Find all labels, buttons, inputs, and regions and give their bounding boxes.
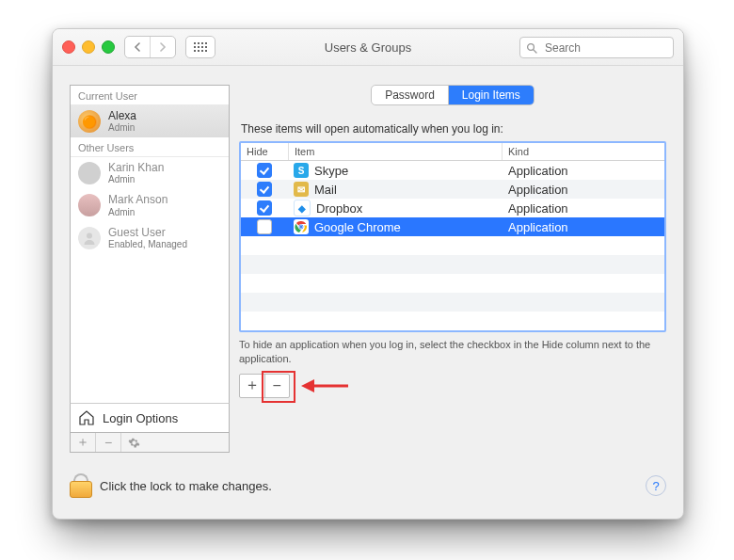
sidebar-user[interactable]: Mark Anson Admin xyxy=(71,189,229,221)
search-input[interactable] xyxy=(543,40,684,56)
chrome-icon xyxy=(294,219,309,234)
hide-checkbox[interactable] xyxy=(257,200,272,216)
table-row-empty xyxy=(241,312,664,330)
table-body: SSkype Application ✉Mail Application ◆Dr… xyxy=(241,161,664,330)
svg-rect-5 xyxy=(198,46,199,48)
item-name: Google Chrome xyxy=(314,220,401,234)
svg-rect-11 xyxy=(205,50,207,52)
table-row[interactable]: SSkype Application xyxy=(241,161,664,180)
avatar xyxy=(78,227,101,249)
add-user-button[interactable]: ＋ xyxy=(71,433,96,452)
item-kind: Application xyxy=(503,220,664,234)
login-items-caption: These items will open automatically when… xyxy=(241,122,664,136)
sidebar-section-current: Current User xyxy=(71,86,229,105)
table-row-empty xyxy=(241,274,664,293)
help-icon: ? xyxy=(652,479,659,493)
item-name: Dropbox xyxy=(316,201,362,216)
sidebar-user-current[interactable]: 🟠 Alexa Admin xyxy=(71,105,229,137)
sidebar-actions-button[interactable] xyxy=(121,433,146,452)
hide-checkbox[interactable] xyxy=(257,182,272,197)
user-role: Admin xyxy=(108,122,136,133)
item-kind: Application xyxy=(503,201,664,216)
user-name: Alexa xyxy=(108,110,136,122)
item-kind: Application xyxy=(503,164,664,178)
back-button[interactable] xyxy=(125,37,150,57)
col-item[interactable]: Item xyxy=(289,143,503,160)
svg-rect-3 xyxy=(205,42,207,44)
svg-rect-4 xyxy=(194,46,196,48)
annotation-highlight-box xyxy=(262,371,295,403)
user-name: Mark Anson xyxy=(108,194,168,206)
grid-icon xyxy=(194,42,207,52)
zoom-window-button[interactable] xyxy=(102,40,115,54)
minimize-window-button[interactable] xyxy=(82,40,95,54)
item-name: Skype xyxy=(314,164,348,178)
titlebar: Users & Groups xyxy=(53,29,683,66)
add-login-item-button[interactable]: ＋ xyxy=(240,375,264,397)
svg-rect-8 xyxy=(194,50,196,52)
users-sidebar: Current User 🟠 Alexa Admin Other Users K… xyxy=(70,85,230,453)
close-window-button[interactable] xyxy=(62,40,75,54)
tab-bar: Password Login Items xyxy=(239,85,666,105)
col-kind[interactable]: Kind xyxy=(503,143,664,160)
hide-hint-text: To hide an application when you log in, … xyxy=(239,338,666,366)
item-name: Mail xyxy=(314,183,337,197)
lock-caption: Click the lock to make changes. xyxy=(100,479,272,493)
avatar xyxy=(78,194,101,216)
search-icon xyxy=(526,42,537,54)
table-row-empty xyxy=(241,293,664,312)
sidebar-user-guest[interactable]: Guest User Enabled, Managed xyxy=(71,222,229,254)
dropbox-icon: ◆ xyxy=(294,200,311,216)
tab-password[interactable]: Password xyxy=(372,86,448,104)
avatar xyxy=(78,162,101,184)
hide-checkbox[interactable] xyxy=(257,163,272,178)
col-hide[interactable]: Hide xyxy=(241,143,289,160)
mail-icon: ✉ xyxy=(294,182,309,197)
forward-button[interactable] xyxy=(150,37,175,57)
svg-rect-9 xyxy=(198,50,199,52)
main-pane: Password Login Items These items will op… xyxy=(239,85,666,453)
person-icon xyxy=(82,231,97,246)
sidebar-buttons: ＋ − xyxy=(70,433,230,453)
table-row-selected[interactable]: Google Chrome Application xyxy=(241,217,664,236)
lock-button[interactable] xyxy=(70,473,90,498)
svg-rect-2 xyxy=(201,42,203,44)
svg-point-18 xyxy=(300,226,303,229)
table-row-empty xyxy=(241,236,664,255)
user-name: Guest User xyxy=(108,227,187,239)
svg-rect-7 xyxy=(205,46,207,48)
show-all-prefs-button[interactable] xyxy=(185,36,215,58)
svg-rect-0 xyxy=(194,42,196,44)
user-list: Current User 🟠 Alexa Admin Other Users K… xyxy=(70,85,230,404)
gear-icon xyxy=(128,437,140,449)
sidebar-user[interactable]: Karin Khan Admin xyxy=(71,157,229,189)
chevron-left-icon xyxy=(134,42,141,52)
table-row[interactable]: ◆Dropbox Application xyxy=(241,199,664,217)
user-role: Admin xyxy=(108,207,168,217)
login-options-label: Login Options xyxy=(103,411,178,425)
table-row[interactable]: ✉Mail Application xyxy=(241,180,664,199)
content-area: Current User 🟠 Alexa Admin Other Users K… xyxy=(53,66,683,462)
avatar: 🟠 xyxy=(78,110,101,133)
item-kind: Application xyxy=(503,183,664,197)
window-controls xyxy=(62,40,115,54)
search-field[interactable] xyxy=(519,37,674,58)
svg-rect-6 xyxy=(201,46,203,48)
svg-rect-1 xyxy=(198,42,199,44)
tab-login-items[interactable]: Login Items xyxy=(448,86,534,104)
svg-rect-10 xyxy=(201,50,203,52)
table-header: Hide Item Kind xyxy=(241,143,664,161)
table-row-empty xyxy=(241,255,664,274)
login-options-row[interactable]: Login Options xyxy=(70,403,230,433)
hide-checkbox[interactable] xyxy=(257,219,272,234)
remove-user-button[interactable]: − xyxy=(96,433,121,452)
system-preferences-window: Users & Groups Current User 🟠 Alexa Admi… xyxy=(52,28,684,520)
user-name: Karin Khan xyxy=(108,162,164,174)
help-button[interactable]: ? xyxy=(646,475,666,496)
login-items-table: Hide Item Kind SSkype Application ✉Mail … xyxy=(239,141,666,332)
skype-icon: S xyxy=(294,163,309,178)
svg-point-14 xyxy=(87,232,92,238)
nav-back-forward xyxy=(124,36,176,58)
avatar-icon: 🟠 xyxy=(82,115,97,129)
user-role: Enabled, Managed xyxy=(108,239,187,249)
